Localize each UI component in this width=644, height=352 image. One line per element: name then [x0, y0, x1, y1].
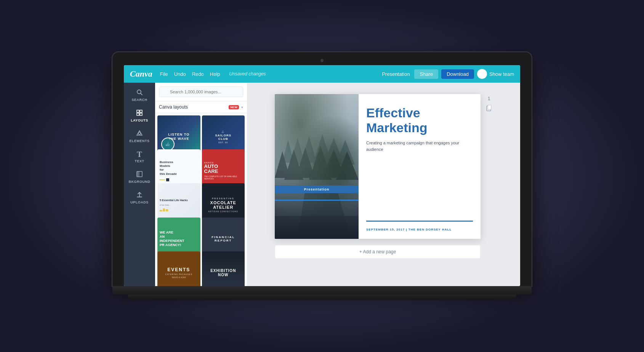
sidebar-item-uploads[interactable]: UPLOADS	[127, 188, 152, 207]
sidebar-item-background[interactable]: BKGROUND	[127, 168, 152, 187]
unsaved-changes-label: Unsaved changes	[229, 71, 266, 77]
main-area: SEARCH LAYOUTS	[124, 83, 520, 286]
slide-container: Presentation Effective	[275, 94, 493, 259]
add-page-button[interactable]: + Add a new page	[275, 245, 481, 259]
layout-selector[interactable]: Canva layouts NEW ▾	[155, 101, 247, 113]
sidebar-search-label: SEARCH	[131, 98, 147, 102]
left-panel: 🔍 Canva layouts NEW ▾	[155, 83, 247, 286]
panels-area: 🔍 Canva layouts NEW ▾	[155, 83, 520, 286]
laptop-bezel: Canva File Undo Redo Help Unsaved change…	[112, 52, 532, 286]
text-icon: T	[137, 150, 142, 158]
topbar: Canva File Undo Redo Help Unsaved change…	[124, 65, 520, 83]
menu-undo[interactable]: Undo	[174, 71, 186, 77]
canvas-area[interactable]: Presentation Effective	[247, 83, 520, 286]
search-icon	[136, 89, 143, 97]
new-badge: NEW	[229, 105, 239, 109]
svg-rect-4	[137, 113, 139, 115]
slide-left: Presentation	[275, 94, 359, 239]
menu-help[interactable]: Help	[210, 71, 220, 77]
topbar-menu: File Undo Redo Help Unsaved changes	[160, 71, 382, 77]
blue-line	[275, 200, 359, 201]
template-content: EXHIBITIONNOW	[202, 251, 245, 286]
sidebar-bkground-label: BKGROUND	[129, 180, 151, 184]
search-wrapper: 🔍	[159, 86, 243, 97]
laptop-base	[112, 286, 532, 294]
canva-logo: Canva	[130, 69, 152, 79]
presentation-label: Presentation	[275, 186, 359, 193]
uploads-icon	[136, 191, 143, 199]
menu-file[interactable]: File	[160, 71, 168, 77]
template-item[interactable]: EXHIBITIONNOW ♛ FREE	[202, 251, 245, 286]
svg-line-1	[141, 93, 142, 95]
slide-footer: SEPTEMBER 15, 2017 | THE BEN DORSEY HALL	[366, 221, 473, 231]
slide-controls: 1	[485, 94, 493, 114]
topbar-right: Presentation Share Download Show team	[382, 69, 514, 79]
slide-title: Effective Marketing	[366, 106, 473, 135]
slide-bottom-line	[366, 221, 473, 222]
slide[interactable]: Presentation Effective	[275, 94, 481, 239]
search-input[interactable]	[159, 86, 243, 97]
sidebar-item-layouts[interactable]: LAYOUTS	[127, 106, 152, 125]
laptop-camera	[320, 59, 324, 62]
presentation-label: Presentation	[382, 71, 410, 77]
slide-right: Effective Marketing Creating a marketing…	[359, 94, 481, 239]
slide-number: 1	[485, 96, 493, 101]
sidebar-item-elements[interactable]: ELEMENTS	[127, 127, 152, 146]
app-container: Canva File Undo Redo Help Unsaved change…	[124, 65, 520, 286]
search-box: 🔍	[155, 83, 247, 101]
svg-rect-2	[137, 110, 139, 112]
avatar	[477, 69, 487, 79]
slide-subtitle: Creating a marketing campaign that engag…	[366, 140, 473, 152]
laptop-bottom	[128, 294, 516, 300]
sidebar-item-text[interactable]: T TEXT	[127, 147, 152, 166]
laptop-screen: Canva File Undo Redo Help Unsaved change…	[124, 65, 520, 286]
svg-point-7	[138, 132, 141, 134]
sidebar-item-search[interactable]: SEARCH	[127, 86, 152, 105]
photo-overlay	[275, 94, 359, 239]
template-content: EVENTS CATERING PACKAGES SEEDS & SONS	[157, 251, 200, 286]
download-button[interactable]: Download	[441, 69, 474, 79]
show-team-button[interactable]: Show team	[477, 69, 514, 79]
svg-rect-3	[140, 110, 142, 112]
layouts-icon	[136, 109, 143, 117]
svg-rect-9	[137, 171, 139, 177]
sidebar-elements-label: ELEMENTS	[129, 139, 149, 143]
slide-photo	[275, 94, 359, 239]
elements-icon	[136, 130, 143, 138]
slide-date: SEPTEMBER 15, 2017 | THE BEN DORSEY HALL	[366, 228, 473, 231]
sidebar-uploads-label: UPLOADS	[130, 200, 149, 204]
sidebar-layouts-label: LAYOUTS	[131, 118, 148, 122]
chevron-down-icon: ▾	[241, 105, 243, 109]
svg-rect-5	[140, 113, 142, 115]
menu-redo[interactable]: Redo	[192, 71, 204, 77]
slide-content: Effective Marketing Creating a marketing…	[366, 106, 473, 152]
copy-icon[interactable]	[485, 104, 493, 114]
share-button[interactable]: Share	[414, 69, 438, 79]
background-icon	[136, 171, 143, 179]
sidebar: SEARCH LAYOUTS	[124, 83, 155, 286]
svg-rect-28	[488, 105, 491, 109]
template-grid: LISTEN TOTHE WAVE ⚓EST. ♛ FREE	[155, 113, 247, 286]
sidebar-text-label: TEXT	[135, 159, 144, 163]
slide-wrapper: Presentation Effective	[275, 94, 481, 259]
layout-selector-label: Canva layouts	[159, 104, 226, 110]
laptop-wrapper: Canva File Undo Redo Help Unsaved change…	[112, 52, 532, 300]
template-item[interactable]: EVENTS CATERING PACKAGES SEEDS & SONS ♛ …	[157, 251, 200, 286]
